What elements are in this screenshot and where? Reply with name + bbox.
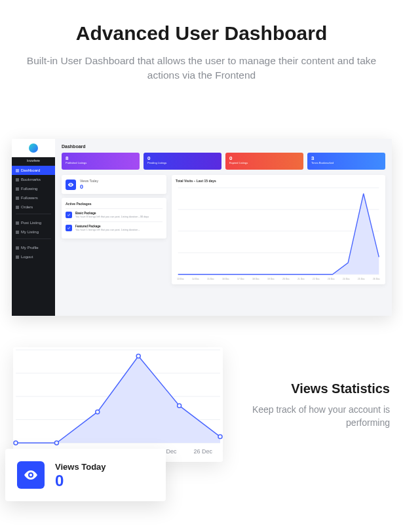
package-desc: You have 1 listings left that you can po…	[75, 229, 140, 232]
svg-point-26	[29, 474, 32, 476]
x-tick: 25 Dec	[358, 278, 365, 280]
nav-icon	[16, 246, 19, 250]
svg-rect-3	[16, 197, 19, 200]
svg-point-25	[218, 435, 222, 439]
stat-value: 8	[66, 155, 136, 161]
sidebar-item-my-listing[interactable]: My Listing	[12, 227, 55, 237]
svg-point-20	[14, 441, 18, 445]
stat-value: 0	[147, 155, 218, 161]
svg-rect-8	[16, 256, 19, 259]
stat-cards-row: 8Published Listings0Pending Listings0Exp…	[62, 153, 385, 170]
stat-card-times-bookmarked[interactable]: 3Times Bookmarked	[307, 153, 385, 170]
stat-label: Expired Listings	[229, 161, 299, 164]
svg-rect-7	[16, 246, 19, 250]
nav-icon	[16, 187, 19, 191]
x-tick: 23 Dec	[328, 278, 335, 280]
package-item[interactable]: Basic PackageYou have 8 listings left th…	[66, 208, 163, 221]
views-today-value: 0	[80, 183, 98, 190]
views-trend-chart	[13, 347, 223, 446]
brand-name: knowhere	[12, 157, 55, 166]
sidebar-item-following[interactable]: Following	[12, 184, 55, 193]
x-tick: 16 Dec	[222, 278, 229, 280]
hero-title: Advanced User Dashboard	[0, 22, 403, 45]
nav-icon	[16, 231, 19, 234]
nav-icon	[16, 197, 19, 200]
svg-rect-2	[16, 187, 19, 191]
svg-rect-0	[16, 169, 19, 172]
nav-label: Following	[21, 187, 37, 191]
views-today-label: Views Today	[80, 179, 98, 183]
hero-subtitle: Built-in User Dashboard that allows the …	[0, 54, 403, 83]
stat-label: Pending Listings	[147, 161, 218, 164]
package-item[interactable]: Featured PackageYou have 1 listings left…	[66, 221, 163, 235]
feature-subtitle: Keep track of how your account is perfor…	[242, 403, 390, 430]
x-tick: 26 Dec	[193, 448, 212, 455]
check-icon	[66, 225, 72, 231]
x-tick: 21 Dec	[297, 278, 305, 280]
visits-chart-title: Total Visits – Last 15 days	[176, 179, 381, 183]
stat-value: 3	[311, 155, 381, 161]
stat-card-expired-listings[interactable]: 0Expired Listings	[225, 153, 303, 170]
x-tick: 24 Dec	[343, 278, 350, 280]
sidebar: knowhere DashboardBookmarksFollowingFoll…	[12, 139, 55, 316]
nav-label: Orders	[21, 205, 33, 209]
x-tick: 20 Dec	[282, 278, 290, 280]
svg-rect-5	[16, 221, 19, 225]
sidebar-item-my-profile[interactable]: My Profile	[12, 243, 55, 252]
visits-chart-xaxis: 13 Dec14 Dec15 Dec16 Dec17 Dec18 Dec19 D…	[176, 278, 381, 280]
x-tick: 15 Dec	[207, 278, 214, 280]
sidebar-item-bookmarks[interactable]: Bookmarks	[12, 175, 55, 184]
x-tick: 18 Dec	[252, 278, 259, 280]
views-today-label: Views Today	[55, 462, 106, 472]
svg-point-9	[70, 184, 71, 185]
logo-icon	[29, 143, 38, 153]
visits-chart	[176, 185, 381, 277]
nav-icon	[16, 169, 19, 172]
nav-label: Followers	[21, 196, 38, 200]
svg-rect-6	[16, 231, 19, 234]
sidebar-item-logout[interactable]: Logout	[12, 252, 55, 261]
package-name: Featured Package	[75, 225, 140, 228]
views-trend-chart-card: 25 Dec26 Dec	[13, 347, 223, 462]
eye-icon	[66, 180, 76, 190]
views-today-card: Views Today 0	[5, 449, 166, 501]
svg-point-21	[54, 441, 58, 445]
views-today-value: 0	[55, 473, 106, 489]
package-name: Basic Package	[75, 212, 149, 215]
active-packages-panel: Active Packages Basic PackageYou have 8 …	[62, 198, 166, 238]
sidebar-item-orders[interactable]: Orders	[12, 202, 55, 212]
stat-label: Published Listings	[66, 161, 136, 164]
nav-icon	[16, 206, 19, 209]
x-tick: 22 Dec	[313, 278, 320, 280]
x-tick: 26 Dec	[373, 278, 380, 280]
sidebar-item-post-listing[interactable]: Post Listing	[12, 218, 55, 227]
sidebar-item-dashboard[interactable]: Dashboard	[12, 166, 55, 175]
nav-label: Logout	[21, 255, 33, 259]
sidebar-item-followers[interactable]: Followers	[12, 193, 55, 202]
stat-card-published-listings[interactable]: 8Published Listings	[62, 153, 140, 170]
x-tick: 14 Dec	[192, 278, 199, 280]
visits-chart-panel: Total Visits – Last 15 days 13 Dec14 Dec…	[172, 175, 385, 284]
x-tick: 13 Dec	[177, 278, 184, 280]
nav-label: Bookmarks	[21, 178, 41, 181]
nav-icon	[16, 221, 19, 225]
check-icon	[66, 212, 72, 218]
page-title: Dashboard	[62, 144, 385, 149]
active-packages-title: Active Packages	[66, 202, 163, 206]
svg-rect-1	[16, 178, 19, 181]
nav-icon	[16, 256, 19, 259]
feature-views-statistics: 25 Dec26 Dec Views Today 0 Views Statist…	[0, 347, 403, 524]
stat-value: 0	[229, 155, 299, 161]
svg-point-22	[96, 410, 100, 414]
nav-label: Dashboard	[21, 168, 40, 172]
dashboard-window: knowhere DashboardBookmarksFollowingFoll…	[12, 139, 392, 316]
eye-icon	[17, 461, 45, 489]
svg-point-23	[136, 354, 140, 358]
logo[interactable]	[12, 139, 55, 157]
nav-icon	[16, 178, 19, 181]
x-tick: 19 Dec	[267, 278, 275, 280]
stat-card-pending-listings[interactable]: 0Pending Listings	[144, 153, 221, 170]
nav-label: Post Listing	[21, 221, 41, 225]
views-today-panel: Views Today 0	[62, 175, 166, 194]
feature-title: Views Statistics	[242, 381, 390, 396]
